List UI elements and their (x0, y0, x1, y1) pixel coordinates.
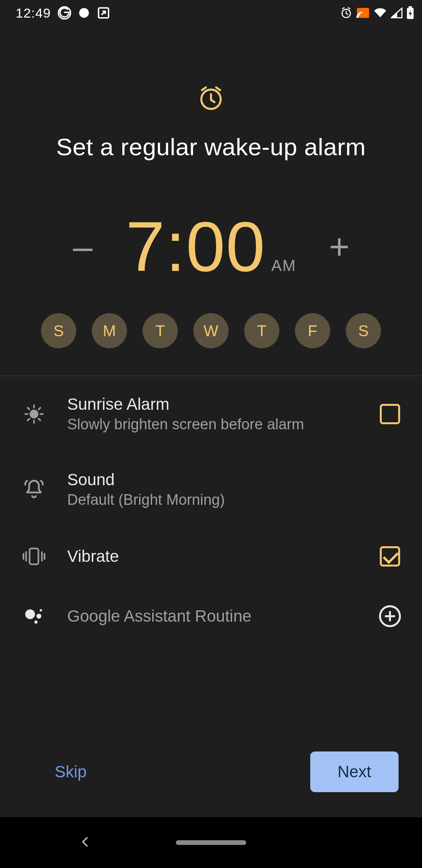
skip-button[interactable]: Skip (39, 751, 102, 793)
svg-point-11 (25, 610, 35, 619)
svg-point-12 (36, 614, 41, 619)
option-sunrise-alarm[interactable]: Sunrise Alarm Slowly brighten screen bef… (16, 376, 406, 452)
option-sound[interactable]: Sound Default (Bright Morning) (16, 452, 406, 527)
svg-point-9 (30, 409, 39, 418)
assistant-icon (20, 604, 48, 628)
svg-rect-10 (30, 549, 39, 565)
circle-icon (78, 7, 90, 19)
time-picker: – 7:00 AM + (0, 212, 422, 282)
next-button[interactable]: Next (310, 751, 399, 792)
checkbox-checked-icon (380, 546, 400, 567)
option-text: Vibrate (67, 547, 359, 566)
system-nav-bar (0, 817, 422, 868)
status-left: 12:49 (16, 5, 110, 21)
day-chip-fri[interactable]: F (295, 313, 330, 348)
option-text: Google Assistant Routine (67, 607, 359, 626)
cast-icon (356, 7, 370, 19)
time-value: 7:00 (126, 212, 266, 282)
bottom-bar: Skip Next (0, 751, 422, 793)
day-chip-thu[interactable]: T (244, 313, 279, 348)
status-bar: 12:49 (0, 0, 422, 26)
sunrise-icon (20, 402, 48, 426)
option-assistant-routine[interactable]: Google Assistant Routine (16, 586, 406, 647)
cell-signal-icon (391, 7, 402, 18)
option-subtitle: Default (Bright Morning) (67, 491, 402, 508)
assistant-add-button[interactable] (378, 605, 402, 627)
option-vibrate[interactable]: Vibrate (16, 527, 406, 586)
vibrate-checkbox[interactable] (378, 546, 402, 567)
option-title: Sound (67, 470, 402, 489)
svg-rect-7 (409, 6, 412, 8)
svg-point-1 (79, 8, 89, 18)
svg-point-5 (357, 16, 359, 18)
wifi-icon (374, 7, 387, 18)
home-pill[interactable] (176, 840, 246, 845)
alarm-clock-icon (197, 84, 225, 113)
option-title: Sunrise Alarm (67, 395, 359, 414)
time-display[interactable]: 7:00 AM (126, 212, 296, 282)
header: Set a regular wake-up alarm (0, 26, 422, 161)
time-increment-button[interactable]: + (320, 229, 359, 264)
day-chip-mon[interactable]: M (92, 313, 127, 348)
day-chip-tue[interactable]: T (143, 313, 178, 348)
option-text: Sound Default (Bright Morning) (67, 470, 402, 508)
svg-point-14 (40, 609, 42, 612)
page-title: Set a regular wake-up alarm (0, 133, 422, 161)
bell-ringing-icon (20, 478, 48, 501)
day-selector: S M T W T F S (0, 313, 422, 348)
day-chip-wed[interactable]: W (193, 313, 229, 348)
vibrate-icon (20, 546, 48, 567)
svg-point-13 (34, 621, 38, 624)
status-right (340, 6, 414, 20)
google-g-icon (58, 6, 71, 20)
day-chip-sun[interactable]: S (41, 313, 76, 348)
screenshot-share-icon (97, 6, 110, 20)
status-time: 12:49 (16, 5, 51, 21)
time-decrement-button[interactable]: – (63, 229, 102, 264)
day-chip-sat[interactable]: S (346, 313, 381, 348)
option-subtitle: Slowly brighten screen before alarm (67, 416, 359, 433)
option-title: Google Assistant Routine (67, 607, 359, 626)
option-title: Vibrate (67, 547, 359, 566)
plus-circle-icon (379, 605, 401, 627)
alarm-status-icon (340, 7, 352, 19)
app-root: 12:49 (0, 0, 422, 868)
options-list: Sunrise Alarm Slowly brighten screen bef… (0, 376, 422, 647)
checkbox-unchecked-icon (380, 404, 400, 424)
option-text: Sunrise Alarm Slowly brighten screen bef… (67, 395, 359, 433)
back-button[interactable] (78, 835, 92, 850)
battery-charging-icon (406, 6, 414, 20)
sunrise-checkbox[interactable] (378, 404, 402, 424)
time-ampm: AM (271, 257, 296, 274)
